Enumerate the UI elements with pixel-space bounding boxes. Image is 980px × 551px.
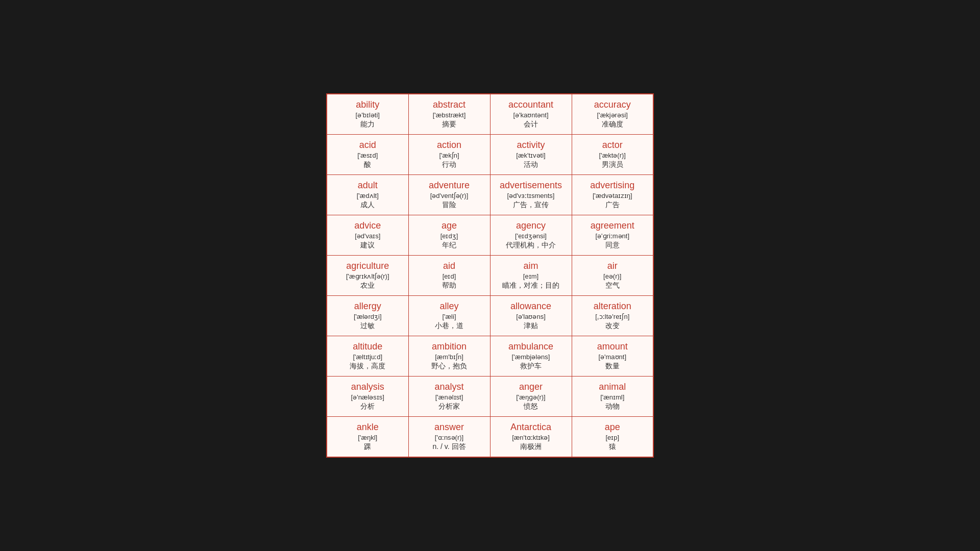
vocab-chinese: 空气 [576, 281, 649, 290]
vocab-word: advertising [576, 180, 649, 191]
vocab-word: alteration [576, 301, 649, 312]
vocab-word: acid [331, 140, 404, 151]
vocab-phonetic: [ə'maʊnt] [576, 353, 649, 361]
vocab-word: animal [576, 382, 649, 392]
vocab-chinese: 酸 [331, 160, 404, 169]
vocab-cell: allergy['ælərdʒi]过敏 [327, 296, 408, 336]
vocab-chinese: n. / v. 回答 [413, 442, 486, 452]
vocab-cell: Antarctica[æn'tɑːktɪkə]南极洲 [490, 417, 572, 458]
vocab-phonetic: [əd'ventʃə(r)] [413, 192, 486, 199]
vocab-cell: age[eɪdʒ]年纪 [408, 215, 490, 256]
vocab-chinese: 活动 [495, 160, 568, 169]
vocab-chinese: 会计 [495, 120, 568, 129]
vocab-cell: advertising['ædvətaɪzɪŋ]广告 [572, 175, 653, 215]
vocab-chinese: 分析家 [413, 402, 486, 411]
vocab-word: ambulance [495, 341, 568, 352]
vocab-chinese: 男演员 [576, 160, 649, 169]
vocab-cell: ambition[æm'bɪʃn]野心，抱负 [408, 336, 490, 377]
vocab-chinese: 同意 [576, 241, 649, 250]
vocab-phonetic: ['ædʌlt] [331, 192, 404, 199]
vocab-phonetic: [ˌɔːltə'reɪʃn] [576, 313, 649, 320]
vocab-chinese: 野心，抱负 [413, 362, 486, 371]
vocab-phonetic: [eɪm] [495, 272, 568, 280]
vocab-chinese: 小巷，道 [413, 321, 486, 331]
vocab-phonetic: [eɪdʒ] [413, 232, 486, 240]
vocab-phonetic: [ə'næləsɪs] [331, 393, 404, 401]
vocab-word: altitude [331, 341, 404, 352]
vocab-chinese: 数量 [576, 362, 649, 371]
vocab-word: ambition [413, 341, 486, 352]
vocab-phonetic: [əd'vaɪs] [331, 232, 404, 240]
vocab-cell: ability[ə'bɪləti]能力 [327, 94, 408, 135]
vocab-cell: ankle['æŋkl]踝 [327, 417, 408, 458]
vocab-chinese: 成人 [331, 201, 404, 210]
vocab-word: agriculture [331, 261, 404, 271]
vocab-word: analysis [331, 382, 404, 392]
vocabulary-table: ability[ə'bɪləti]能力abstract['æbstrækt]摘要… [326, 93, 654, 458]
vocab-cell: amount[ə'maʊnt]数量 [572, 336, 653, 377]
vocab-cell: alley['æli]小巷，道 [408, 296, 490, 336]
vocab-phonetic: [əd'vɜːtɪsments] [495, 192, 568, 199]
vocab-cell: alteration[ˌɔːltə'reɪʃn]改变 [572, 296, 653, 336]
vocab-word: ankle [331, 422, 404, 433]
vocab-word: agreement [576, 220, 649, 231]
vocab-phonetic: ['ænəlɪst] [413, 393, 486, 401]
vocab-chinese: 动物 [576, 402, 649, 411]
vocab-word: amount [576, 341, 649, 352]
vocab-chinese: 南极洲 [495, 442, 568, 452]
vocab-cell: answer['ɑːnsə(r)]n. / v. 回答 [408, 417, 490, 458]
vocab-phonetic: ['ælərdʒi] [331, 313, 404, 320]
vocab-word: answer [413, 422, 486, 433]
vocab-cell: acid['æsɪd]酸 [327, 135, 408, 175]
vocab-phonetic: ['æŋɡə(r)] [495, 393, 568, 401]
vocab-cell: anger['æŋɡə(r)]愤怒 [490, 377, 572, 417]
vocab-phonetic: ['æltɪtjuːd] [331, 353, 404, 361]
vocab-phonetic: [æn'tɑːktɪkə] [495, 434, 568, 441]
vocab-cell: advertisements[əd'vɜːtɪsments]广告，宣传 [490, 175, 572, 215]
vocab-phonetic: ['æktə(r)] [576, 152, 649, 159]
vocab-chinese: 帮助 [413, 281, 486, 290]
vocab-cell: altitude['æltɪtjuːd]海拔，高度 [327, 336, 408, 377]
vocab-chinese: 分析 [331, 402, 404, 411]
vocab-cell: actor['æktə(r)]男演员 [572, 135, 653, 175]
vocab-phonetic: [eɪd] [413, 272, 486, 280]
vocab-word: accountant [495, 99, 568, 110]
vocab-phonetic: [eə(r)] [576, 272, 649, 280]
vocab-cell: ape[eɪp]猿 [572, 417, 653, 458]
vocab-cell: action['ækʃn]行动 [408, 135, 490, 175]
vocab-chinese: 救护车 [495, 362, 568, 371]
vocab-phonetic: ['ækʃn] [413, 152, 486, 159]
vocab-cell: air[eə(r)]空气 [572, 256, 653, 296]
vocab-phonetic: [ə'ɡriːmənt] [576, 232, 649, 240]
vocab-cell: agreement[ə'ɡriːmənt]同意 [572, 215, 653, 256]
vocab-chinese: 摘要 [413, 120, 486, 129]
vocab-chinese: 广告，宣传 [495, 201, 568, 210]
vocab-chinese: 瞄准，对准；目的 [495, 281, 568, 290]
vocab-chinese: 代理机构，中介 [495, 241, 568, 250]
vocab-chinese: 行动 [413, 160, 486, 169]
vocab-phonetic: ['æŋkl] [331, 434, 404, 441]
vocab-phonetic: [æk'tɪvəti] [495, 152, 568, 159]
vocab-cell: analyst['ænəlɪst]分析家 [408, 377, 490, 417]
vocab-cell: ambulance['æmbjələns]救护车 [490, 336, 572, 377]
vocab-cell: aim[eɪm]瞄准，对准；目的 [490, 256, 572, 296]
vocab-phonetic: [ə'kaʊntənt] [495, 111, 568, 119]
vocab-cell: abstract['æbstrækt]摘要 [408, 94, 490, 135]
vocab-chinese: 愤怒 [495, 402, 568, 411]
vocab-chinese: 建议 [331, 241, 404, 250]
vocab-phonetic: ['æsɪd] [331, 152, 404, 159]
vocab-chinese: 能力 [331, 120, 404, 129]
vocab-chinese: 年纪 [413, 241, 486, 250]
vocab-word: Antarctica [495, 422, 568, 433]
vocab-phonetic: ['æli] [413, 313, 486, 320]
vocab-phonetic: ['ækjərəsi] [576, 111, 649, 119]
vocab-word: ability [331, 99, 404, 110]
vocab-chinese: 津贴 [495, 321, 568, 331]
vocab-word: abstract [413, 99, 486, 110]
vocab-chinese: 广告 [576, 201, 649, 210]
vocab-phonetic: ['ɑːnsə(r)] [413, 434, 486, 441]
vocab-word: ape [576, 422, 649, 433]
vocab-phonetic: ['æmbjələns] [495, 353, 568, 361]
vocab-word: air [576, 261, 649, 271]
vocab-chinese: 踝 [331, 442, 404, 452]
